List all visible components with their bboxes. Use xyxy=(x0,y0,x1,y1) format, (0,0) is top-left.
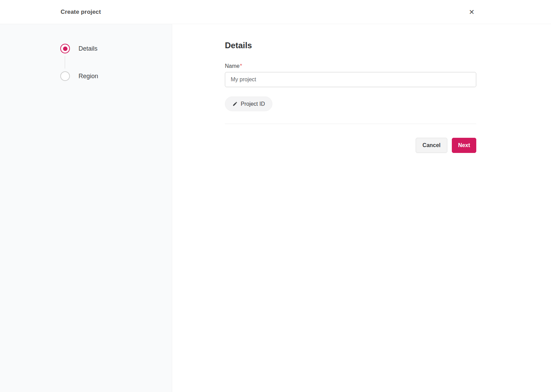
details-panel: Details Name* Project ID xyxy=(172,24,551,392)
step-label: Details xyxy=(79,45,97,52)
close-icon: ✕ xyxy=(469,8,475,16)
close-button[interactable]: ✕ xyxy=(467,7,477,18)
step-region[interactable]: Region xyxy=(60,71,172,81)
action-bar: Cancel Next xyxy=(225,138,476,153)
step-label: Region xyxy=(79,73,98,80)
modal-body: Details Region Details Name* xyxy=(0,24,551,392)
create-project-modal: Create project ✕ Details Region Details xyxy=(0,0,551,392)
step-details[interactable]: Details xyxy=(60,44,172,53)
modal-title: Create project xyxy=(61,9,101,16)
project-id-label: Project ID xyxy=(241,101,265,107)
stepper-sidebar: Details Region xyxy=(0,24,172,392)
section-heading: Details xyxy=(225,41,476,50)
next-button[interactable]: Next xyxy=(452,138,476,153)
pencil-icon xyxy=(232,101,238,106)
cancel-button[interactable]: Cancel xyxy=(416,138,447,153)
step-connector-line xyxy=(65,56,65,69)
radio-inactive-icon xyxy=(60,71,70,81)
project-id-button[interactable]: Project ID xyxy=(225,96,272,111)
modal-header: Create project ✕ xyxy=(0,0,551,24)
form-divider xyxy=(225,124,476,124)
details-form: Details Name* Project ID xyxy=(225,41,476,153)
required-asterisk: * xyxy=(240,63,242,69)
project-name-input[interactable] xyxy=(225,72,476,87)
radio-active-icon xyxy=(60,44,70,53)
name-label: Name* xyxy=(225,63,476,69)
